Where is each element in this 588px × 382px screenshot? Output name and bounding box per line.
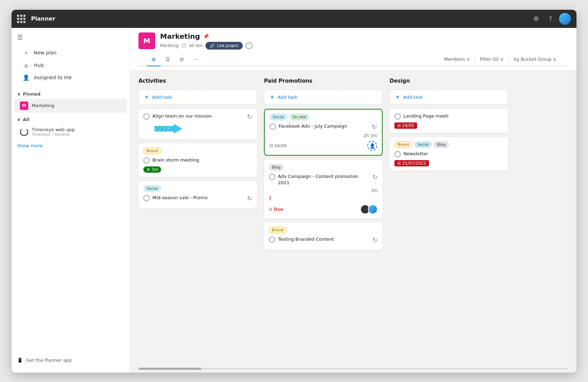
column-design: Design ＋ Add task Landing Page meeti	[390, 78, 508, 171]
task-checkbox-landing[interactable]	[394, 113, 401, 120]
task-checkbox-newsletter[interactable]	[394, 151, 401, 157]
task-timer-branded[interactable]: ↻	[372, 236, 378, 244]
add-task-paid[interactable]: ＋ Add task	[264, 90, 383, 105]
grid-icon[interactable]	[17, 15, 25, 23]
tag-brand-branded: Brand	[269, 227, 287, 233]
task-timer-midseason[interactable]: ↻	[247, 195, 252, 202]
task-date-facebook: ⊟ 04/09	[270, 143, 287, 148]
user-avatar[interactable]	[559, 13, 571, 25]
task-checkbox-midseason[interactable]	[143, 195, 150, 201]
show-more-button[interactable]: Show more	[12, 140, 130, 151]
tab-sep-2	[508, 56, 509, 63]
task-checkbox-align[interactable]	[143, 113, 150, 120]
task-card-midseason[interactable]: Social Mid-season sale - Promo ↻	[138, 181, 257, 208]
task-card-facebook[interactable]: Social On site Facebook Adv - July Campa…	[264, 109, 383, 156]
task-card-brainstorm[interactable]: Brand Brain storm meeting ⏸ 3m	[138, 143, 257, 177]
plan-time: 6h 6m	[189, 43, 203, 48]
task-checkbox-branded[interactable]	[269, 237, 275, 243]
person-icon: 👤	[23, 74, 30, 81]
timeneye-sub: Timeneye › General	[32, 132, 75, 137]
chevron-down-icon: ∨	[17, 91, 21, 97]
task-card-landing[interactable]: Landing Page meeti ⊟ 29/05	[390, 109, 508, 133]
tag-social-midseason: Social	[143, 185, 161, 192]
board-scrollbar-thumb[interactable]	[138, 368, 201, 370]
task-time-brainstorm: ⏸ 3m	[143, 166, 161, 173]
sidebar-toggle[interactable]: ☰	[17, 33, 124, 41]
task-title-landing: Landing Page meeti	[404, 113, 503, 119]
filter-action[interactable]: Filter (0) ∨	[476, 54, 507, 64]
sidebar-item-new-plan[interactable]: ＋ New plan	[17, 46, 124, 59]
add-assignee-facebook[interactable]: 👤	[367, 141, 377, 151]
link-project-button[interactable]: 🔗 Link project	[205, 42, 242, 50]
tag-brand-newsletter: Brand	[394, 141, 412, 148]
plan-info: Marketing 📌 Markting 🕐 6h 6m 🔗 Link proj…	[160, 32, 252, 50]
sidebar-marketing-label: Marketing	[32, 103, 54, 108]
task-card-newsletter[interactable]: Brand Social Blog Newsletter ⊟ 31/07/202…	[390, 137, 508, 171]
list-icon: ☰	[166, 57, 170, 62]
plan-meta-clock: 🕐	[181, 43, 187, 48]
chevron-down-icon-all: ∨	[17, 117, 21, 122]
info-icon[interactable]: i	[246, 42, 252, 49]
members-label: Members	[444, 57, 465, 62]
task-checkbox-advcampaign[interactable]	[269, 174, 275, 180]
members-chevron-icon: ∨	[466, 57, 470, 62]
tab-more[interactable]: ···	[189, 53, 203, 66]
add-task-activities[interactable]: ＋ Add task	[138, 90, 257, 105]
sidebar-item-assigned[interactable]: 👤 Assigned to me	[17, 72, 124, 84]
task-timer-facebook[interactable]: ↻	[372, 123, 377, 130]
link-icon: 🔗	[210, 43, 215, 48]
arrow-graphic	[154, 124, 182, 134]
tag-social-facebook: Social	[270, 114, 287, 120]
sidebar-pinned-section[interactable]: ∨ Pinned	[12, 88, 130, 98]
plus-icon-design: ＋	[395, 93, 400, 101]
assignee-avatar-2	[368, 204, 378, 214]
more-icon: ···	[194, 57, 198, 62]
sidebar-all-section[interactable]: ∨ All	[12, 113, 130, 123]
sidebar-item-timeneye[interactable]: Timeneye web app Timeneye › General	[14, 124, 127, 140]
calendar-icon: ⊟	[180, 57, 184, 62]
sidebar-hub-label: Hub	[34, 62, 44, 68]
task-title-brainstorm: Brain storm meeting	[152, 157, 252, 163]
task-checkbox-facebook[interactable]	[270, 123, 276, 130]
sidebar-item-hub[interactable]: ⌂ Hub	[17, 59, 124, 72]
board-scrollbar[interactable]	[138, 368, 568, 370]
tab-list[interactable]: ☰	[161, 53, 175, 66]
task-card-advcampaign[interactable]: Blog Adv Campaign - Content promotion 20…	[264, 160, 383, 218]
filter-chevron-icon: ∨	[500, 57, 504, 62]
task-title-align: Align team on our mission	[152, 113, 244, 119]
task-card-brandedcontent[interactable]: Brand Testing Branded Content ↻	[264, 223, 383, 250]
tab-calendar[interactable]: ⊟	[175, 53, 189, 66]
timeneye-icon	[20, 128, 28, 136]
group-action[interactable]: by Bucket Group ∨	[510, 54, 560, 64]
column-design-header: Design	[390, 78, 410, 84]
task-timer-advcampaign[interactable]: ↻	[372, 173, 378, 181]
help-icon[interactable]: ?	[546, 14, 555, 24]
task-timer-align[interactable]: ↻	[247, 113, 252, 120]
task-title-newsletter: Newsletter	[404, 151, 503, 157]
tag-blog-newsletter: Blog	[434, 141, 448, 148]
task-card-align[interactable]: Align team on our mission ↻	[138, 109, 257, 139]
task-title-midseason: Mid-season sale - Promo	[152, 195, 244, 201]
filter-label: Filter (0)	[480, 57, 499, 62]
phone-icon: 📱	[17, 358, 23, 363]
members-action[interactable]: Members ∨	[440, 54, 473, 64]
content-area: M Marketing 📌 Markting 🕐 6h 6m 🔗	[130, 28, 576, 373]
sidebar-item-marketing[interactable]: M Marketing	[14, 99, 127, 113]
get-app-label: Get the Planner app	[26, 358, 72, 363]
sidebar-new-plan-label: New plan	[34, 50, 56, 55]
add-task-design[interactable]: ＋ Add task	[390, 90, 508, 105]
plan-meta: Markting 🕐 6h 6m 🔗 Link project i	[160, 42, 252, 50]
column-activities-header: Activities	[138, 78, 166, 84]
task-due-advcampaign: ⊟ Due	[269, 207, 283, 212]
task-checkbox-brainstorm[interactable]	[143, 157, 150, 164]
tab-bar: ⊞ ☰ ⊟ ··· Members ∨	[138, 53, 568, 66]
pause-icon: ⏸	[146, 167, 150, 172]
sidebar-get-app[interactable]: 📱 Get the Planner app	[12, 353, 130, 367]
settings-icon[interactable]: ⚙	[530, 14, 542, 24]
task-time-facebook: 2h 3m	[364, 133, 377, 138]
sidebar-pinned-label: Pinned	[23, 91, 41, 97]
column-activities: Activities ＋ Add task Align team on our …	[138, 78, 257, 208]
tab-board[interactable]: ⊞	[147, 53, 161, 66]
date-badge-landing: ⊟ 29/05	[394, 122, 417, 129]
plus-icon-activities: ＋	[144, 93, 149, 101]
